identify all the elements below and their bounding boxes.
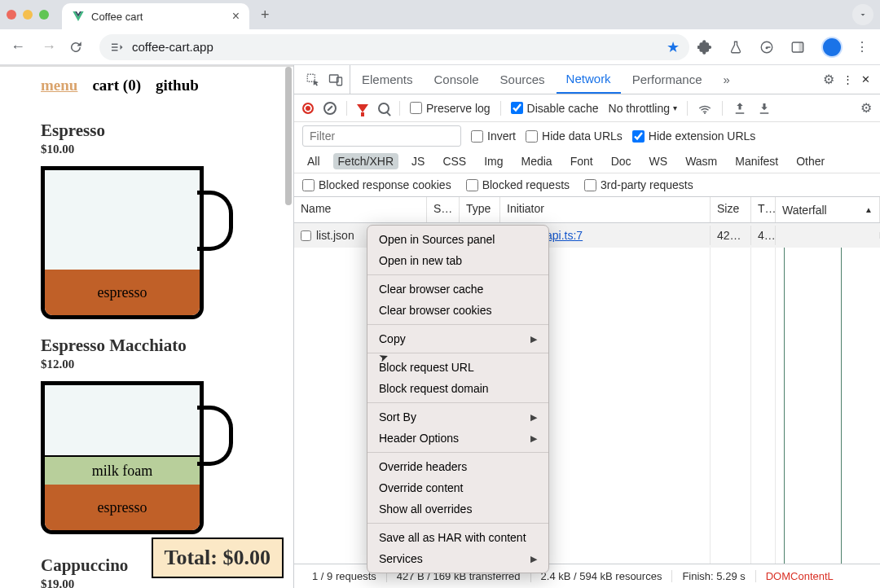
blocked-response-cookies-checkbox[interactable]: Blocked response cookies [302, 178, 451, 191]
row-name: list.json [316, 229, 354, 242]
cup-illustration[interactable]: espresso [41, 166, 218, 321]
ctx-show-overrides[interactable]: Show all overrides [367, 498, 548, 520]
tabs-dropdown-icon[interactable] [852, 4, 873, 25]
tab-console[interactable]: Console [425, 65, 489, 94]
new-tab-button[interactable]: + [256, 7, 275, 24]
filter-row: Invert Hide data URLs Hide extension URL… [294, 122, 880, 150]
ctx-copy[interactable]: Copy▶ [367, 328, 548, 349]
tab-network[interactable]: Network [557, 65, 621, 94]
nav-github[interactable]: github [156, 77, 199, 94]
hide-data-urls-checkbox[interactable]: Hide data URLs [526, 129, 623, 143]
third-party-checkbox[interactable]: 3rd-party requests [584, 178, 693, 191]
ctx-clear-cache[interactable]: Clear browser cache [367, 279, 548, 300]
webpage: menu cart (0) github Espresso $10.00 esp… [0, 65, 293, 588]
tab-title: Coffee cart [91, 11, 226, 23]
hide-ext-urls-checkbox[interactable]: Hide extension URLs [632, 129, 756, 143]
type-wasm[interactable]: Wasm [680, 153, 722, 169]
ctx-open-new-tab[interactable]: Open in new tab [367, 250, 548, 271]
devtools-kebab-icon[interactable]: ⋮ [843, 73, 853, 86]
kebab-menu-icon[interactable]: ⋮ [851, 39, 873, 55]
col-time[interactable]: T… [751, 197, 776, 222]
col-name[interactable]: Name [294, 197, 427, 222]
blocked-requests-checkbox[interactable]: Blocked requests [466, 178, 570, 191]
ctx-block-url[interactable]: Block request URL [367, 357, 548, 378]
type-js[interactable]: JS [407, 153, 429, 169]
type-manifest[interactable]: Manifest [730, 153, 783, 169]
close-devtools-icon[interactable]: ✕ [861, 73, 870, 86]
ctx-sort-by[interactable]: Sort By▶ [367, 406, 548, 428]
col-waterfall[interactable]: Waterfall▲ [776, 197, 880, 222]
cup-illustration[interactable]: milk foam espresso [41, 381, 218, 536]
network-toolbar: Preserve log Disable cache No throttling… [294, 94, 880, 122]
inspect-element-icon[interactable] [306, 72, 320, 87]
type-img[interactable]: Img [479, 153, 508, 169]
google-search-icon[interactable] [759, 40, 782, 55]
total-badge[interactable]: Total: $0.00 [152, 538, 284, 578]
nav-menu[interactable]: menu [41, 77, 77, 94]
ctx-open-sources-label: Open in Sources panel [379, 233, 495, 246]
clear-button[interactable] [323, 102, 337, 115]
disable-cache-checkbox[interactable]: Disable cache [511, 102, 599, 115]
type-all[interactable]: All [302, 153, 325, 169]
minimize-window-icon[interactable] [23, 10, 33, 20]
col-type[interactable]: Type [460, 197, 500, 222]
preserve-log-checkbox[interactable]: Preserve log [410, 102, 491, 115]
network-settings-icon[interactable]: ⚙ [860, 100, 872, 116]
type-ws[interactable]: WS [645, 153, 673, 169]
ctx-override-headers[interactable]: Override headers [367, 456, 548, 477]
ctx-open-sources[interactable]: Open in Sources panel [367, 229, 548, 250]
network-conditions-icon[interactable] [697, 101, 712, 116]
maximize-window-icon[interactable] [39, 10, 49, 20]
tab-elements[interactable]: Elements [352, 65, 423, 94]
labs-flask-icon[interactable] [728, 40, 751, 55]
nav-cart[interactable]: cart (0) [92, 77, 141, 94]
throttling-label: No throttling [609, 102, 670, 115]
forward-button[interactable]: → [37, 38, 60, 55]
close-window-icon[interactable] [7, 10, 16, 20]
browser-tab[interactable]: Coffee cart × [62, 3, 249, 29]
type-css[interactable]: CSS [438, 153, 471, 169]
type-fetch-xhr[interactable]: Fetch/XHR [333, 153, 398, 169]
ctx-override-content[interactable]: Override content [367, 477, 548, 498]
ctx-block-domain[interactable]: Block request domain [367, 378, 548, 399]
col-status[interactable]: S… [427, 197, 460, 222]
type-other[interactable]: Other [791, 153, 829, 169]
ctx-save-har[interactable]: Save all as HAR with content [367, 527, 548, 548]
type-media[interactable]: Media [517, 153, 557, 169]
ctx-clear-cookies[interactable]: Clear browser cookies [367, 300, 548, 321]
filter-input[interactable] [302, 125, 461, 147]
record-button[interactable] [302, 103, 314, 114]
download-har-icon[interactable] [757, 101, 772, 116]
tab-sources[interactable]: Sources [491, 65, 555, 94]
close-tab-icon[interactable]: × [232, 9, 240, 24]
side-panel-icon[interactable] [790, 40, 813, 55]
back-button[interactable]: ← [7, 38, 29, 55]
throttling-select[interactable]: No throttling▾ [609, 102, 677, 115]
site-settings-icon[interactable] [109, 40, 124, 55]
invert-checkbox[interactable]: Invert [471, 129, 516, 143]
extensions-icon[interactable] [697, 40, 720, 55]
product-title: Espresso Macchiato [41, 336, 285, 356]
type-doc[interactable]: Doc [606, 153, 636, 169]
row-checkbox[interactable] [301, 230, 311, 241]
device-toggle-icon[interactable] [328, 72, 343, 87]
tab-performance[interactable]: Performance [623, 65, 712, 94]
ctx-header-options[interactable]: Header Options▶ [367, 428, 548, 449]
ctx-services[interactable]: Services▶ [367, 548, 548, 569]
type-font[interactable]: Font [565, 153, 598, 169]
more-tabs-icon[interactable]: » [714, 65, 740, 94]
col-size[interactable]: Size [711, 197, 751, 222]
upload-har-icon[interactable] [733, 101, 747, 116]
bookmark-star-icon[interactable]: ★ [667, 38, 680, 56]
profile-avatar[interactable] [821, 37, 843, 58]
layer-espresso: espresso [45, 485, 200, 530]
page-scrollbar[interactable] [284, 67, 293, 588]
filter-toggle-icon[interactable] [357, 104, 368, 112]
devtools-tabs: Elements Console Sources Network Perform… [294, 65, 880, 94]
vue-favicon-icon [72, 10, 85, 23]
col-initiator[interactable]: Initiator [500, 197, 711, 222]
search-icon[interactable] [378, 103, 389, 114]
settings-gear-icon[interactable]: ⚙ [823, 72, 834, 87]
url-field[interactable]: coffee-cart.app ★ [99, 34, 689, 60]
reload-button[interactable] [68, 40, 91, 55]
